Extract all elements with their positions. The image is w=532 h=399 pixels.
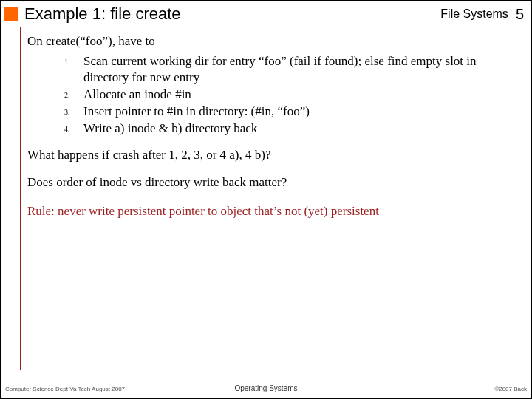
footer-center: Operating Systems	[1, 384, 531, 392]
slide-footer: Computer Science Dept Va Tech August 200…	[1, 376, 531, 394]
footer-right: ©2007 Back	[494, 386, 527, 392]
slide-body: On create(“foo”), have to 1. Scan curren…	[27, 33, 521, 231]
step-number: 2.	[64, 86, 83, 102]
step-text: Insert pointer to #in in directory: (#in…	[83, 103, 521, 119]
unit-label: File Systems	[440, 7, 508, 21]
slide-title: Example 1: file create	[24, 4, 440, 24]
step-text: Write a) inode & b) directory back	[83, 120, 521, 136]
step-number: 1.	[64, 53, 83, 85]
slide: Example 1: file create File Systems 5 On…	[0, 0, 532, 399]
question-2: Does order of inode vs directory write b…	[27, 174, 521, 190]
slide-header: Example 1: file create File Systems 5	[1, 1, 531, 27]
vertical-rule	[20, 27, 21, 370]
list-item: 3. Insert pointer to #in in directory: (…	[64, 103, 521, 119]
list-item: 2. Allocate an inode #in	[64, 86, 521, 102]
question-1: What happens if crash after 1, 2, 3, or …	[27, 147, 521, 163]
page-number: 5	[516, 6, 524, 23]
rule-text: Rule: never write persistent pointer to …	[27, 203, 521, 219]
step-number: 4.	[64, 120, 83, 136]
step-text: Scan current working dir for entry “foo”…	[83, 53, 521, 85]
list-item: 1. Scan current working dir for entry “f…	[64, 53, 521, 85]
lead-text: On create(“foo”), have to	[27, 33, 521, 49]
title-bullet-icon	[4, 7, 18, 21]
step-text: Allocate an inode #in	[83, 86, 521, 102]
list-item: 4. Write a) inode & b) directory back	[64, 120, 521, 136]
step-number: 3.	[64, 103, 83, 119]
steps-list: 1. Scan current working dir for entry “f…	[64, 53, 521, 136]
